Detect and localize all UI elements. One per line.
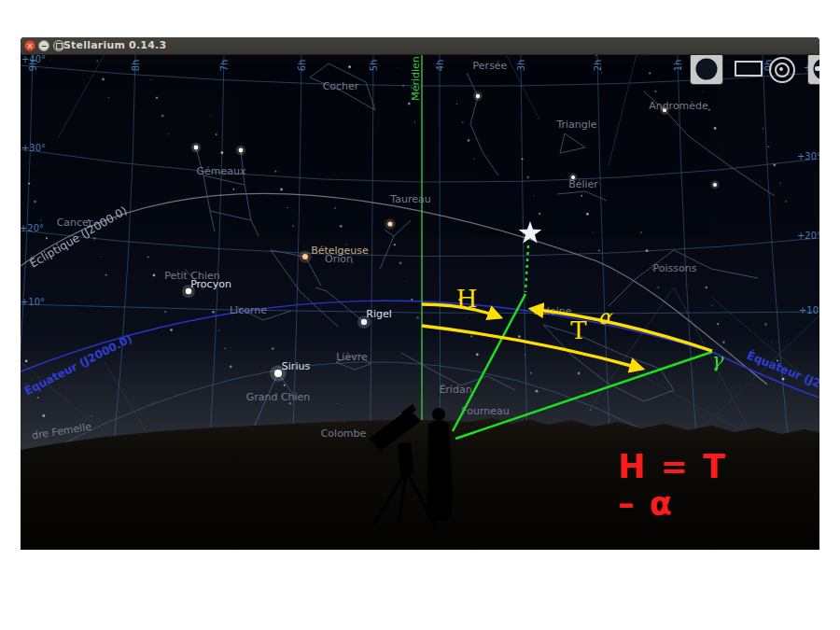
- ocular-view-icon[interactable]: [691, 54, 722, 84]
- ground-silhouette: [21, 418, 819, 550]
- maximize-glyph: [56, 43, 63, 49]
- ground-canvas: [21, 54, 819, 550]
- target-circles-icon[interactable]: [767, 55, 795, 83]
- image-frame-icon[interactable]: [735, 61, 763, 77]
- minimize-button[interactable]: −: [38, 40, 49, 51]
- close-button[interactable]: ×: [24, 40, 35, 51]
- wrench-bar: [815, 66, 819, 71]
- stellarium-window: Méridien Écliptique (J2000.0) Équateur (…: [21, 37, 819, 550]
- sky-viewport[interactable]: Méridien Écliptique (J2000.0) Équateur (…: [21, 54, 819, 550]
- title-bar: × − Stellarium 0.14.3: [21, 37, 819, 55]
- settings-wrench-icon[interactable]: [808, 54, 819, 84]
- target-center-dot: [779, 67, 783, 71]
- window-title: Stellarium 0.14.3: [63, 39, 166, 51]
- ocular-circle: [696, 59, 718, 80]
